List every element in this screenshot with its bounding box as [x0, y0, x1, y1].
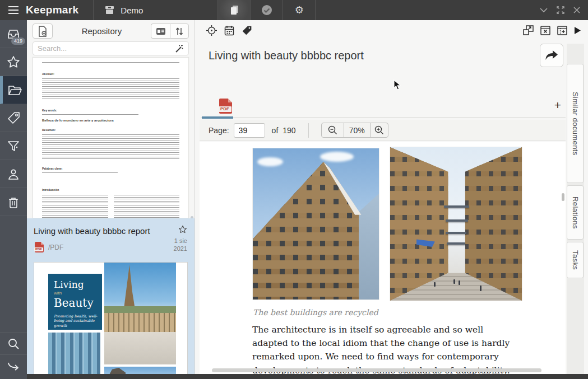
- document-tabs: PDF +: [201, 95, 566, 118]
- page-number-input[interactable]: [234, 123, 265, 138]
- favorite-star-icon[interactable]: [178, 225, 187, 233]
- repository-search[interactable]: [33, 41, 189, 55]
- tab-similar-documents[interactable]: Similar documents: [567, 64, 584, 183]
- pdf-tab-icon: PDF: [219, 99, 232, 114]
- item-type: /PDF: [48, 244, 63, 251]
- sidebar-item-filters[interactable]: [0, 132, 27, 160]
- page-photo-warehouse: [252, 148, 379, 300]
- filter-funnel-icon: [7, 140, 20, 152]
- page-photo-street: [390, 147, 522, 301]
- check-circle-icon: [261, 4, 272, 16]
- repository-item-selected[interactable]: Living with beauty bbbbc report PDF /PDF…: [27, 218, 195, 379]
- workspace-tab-demo[interactable]: Demo: [94, 0, 218, 20]
- tags-button[interactable]: [242, 25, 252, 36]
- active-tab-indicator: [202, 116, 233, 119]
- spanish-title: Belleza de lo mundano en arte y arquitec…: [42, 119, 179, 122]
- resumen-label: Resumen:: [42, 128, 55, 132]
- repository-search-input[interactable]: [38, 44, 175, 53]
- zoom-controls: 70%: [321, 123, 388, 138]
- search-icon: [7, 338, 20, 350]
- sidebar-item-tags[interactable]: [0, 104, 27, 132]
- titlebar: Keepmark Demo ⚙: [0, 0, 588, 20]
- gear-icon: ⚙: [295, 5, 304, 15]
- keywords-label: Key words:: [42, 109, 57, 112]
- app-logo: Keepmark: [26, 4, 78, 16]
- workspace-tab-label: Demo: [121, 6, 143, 15]
- sidebar-item-favorites[interactable]: [0, 48, 27, 76]
- magic-wand-icon[interactable]: [175, 44, 184, 53]
- document-preview-card[interactable]: Abstract: Key words: Belleza de lo munda…: [33, 57, 189, 218]
- add-panel-button[interactable]: [557, 26, 567, 35]
- repository-panel-title: Repository: [53, 26, 151, 36]
- repository-panel: Repository Abstract:: [27, 20, 195, 379]
- introduccion-label: Introducción: [42, 188, 59, 191]
- card-view-button[interactable]: [151, 24, 170, 39]
- cover-photo-square: [104, 263, 176, 364]
- tab-tasks[interactable]: Tasks: [567, 242, 584, 278]
- page-thumbnail: Abstract: Key words: Belleza de lo munda…: [42, 62, 179, 218]
- share-button[interactable]: [540, 44, 563, 67]
- document-title: Living with beauty bbbbc report: [209, 49, 364, 62]
- pdf-file-icon: PDF: [35, 242, 44, 252]
- bottom-window-edge: [27, 374, 588, 379]
- sidebar-item-contacts[interactable]: [0, 160, 27, 188]
- icon-sidebar: 419: [0, 20, 27, 379]
- zoom-level: 70%: [344, 123, 370, 137]
- item-cover-thumbnail: Living with Beauty Promoting health, wel…: [34, 262, 188, 379]
- collapse-window-button[interactable]: [540, 8, 548, 13]
- cover-photo-towers: [48, 333, 100, 375]
- sidebar-item-goto[interactable]: [0, 354, 27, 377]
- palabras-label: Palabras clave:: [42, 167, 62, 170]
- pager-divider: [308, 123, 309, 138]
- sort-button[interactable]: [170, 24, 189, 39]
- of-label: of: [272, 126, 279, 135]
- trash-icon: [8, 196, 19, 208]
- tag-icon: [7, 111, 20, 124]
- documents-icon: [229, 4, 239, 16]
- inbox-count-badge: 419: [11, 38, 25, 45]
- tasks-section-button[interactable]: [251, 0, 283, 20]
- tab-relations[interactable]: Relations: [567, 185, 584, 240]
- calendar-button[interactable]: [224, 25, 234, 36]
- open-external-button[interactable]: [523, 25, 534, 35]
- fullscreen-button[interactable]: [557, 6, 564, 14]
- folder-open-icon: [8, 85, 22, 96]
- add-document-button[interactable]: [33, 24, 53, 39]
- sidebar-item-trash[interactable]: [0, 188, 27, 216]
- locate-target-button[interactable]: [206, 25, 217, 36]
- right-tab-strip: Similar documents Relations Tasks: [567, 44, 584, 374]
- document-toolbar: [195, 20, 588, 40]
- zoom-out-button[interactable]: [322, 123, 344, 137]
- pdf-page-view[interactable]: The best buildings are recycled The arch…: [200, 142, 566, 374]
- item-date: 1 sie 2021: [163, 237, 187, 253]
- sidebar-item-inbox[interactable]: 419: [0, 20, 27, 48]
- sidebar-item-search[interactable]: [0, 332, 27, 354]
- abstract-label: Abstract:: [42, 72, 54, 76]
- zoom-in-button[interactable]: [370, 123, 388, 137]
- close-window-button[interactable]: [573, 7, 580, 13]
- app-window: Keepmark Demo ⚙: [0, 0, 588, 379]
- item-title: Living with beauty bbbbc report: [34, 226, 150, 236]
- hamburger-menu-button[interactable]: [8, 6, 19, 15]
- pager-bar: Page: of 190 70%: [200, 120, 566, 141]
- play-button[interactable]: [574, 26, 581, 35]
- page-label: Page:: [209, 126, 229, 135]
- horizontal-scrollbar[interactable]: [212, 368, 541, 372]
- add-tab-button[interactable]: +: [554, 99, 561, 112]
- person-icon: [7, 168, 20, 180]
- star-icon: [7, 55, 20, 68]
- goto-arrow-icon: [7, 362, 20, 371]
- photo-caption: The best buildings are recycled: [253, 308, 378, 317]
- sidebar-item-repository[interactable]: [0, 76, 27, 104]
- workspace-box-icon: [105, 6, 114, 15]
- cover-title-block: Living with Beauty Promoting health, wel…: [48, 274, 102, 330]
- documents-section-button[interactable]: [218, 0, 251, 20]
- document-view: Living with beauty bbbbc report PDF + Pa…: [195, 20, 588, 379]
- settings-section-button[interactable]: ⚙: [283, 0, 316, 20]
- close-panel-button[interactable]: [540, 26, 550, 35]
- total-pages: 190: [283, 126, 295, 135]
- page-paragraph: The architecture is in itself so agreeab…: [252, 323, 517, 374]
- tab-pdf[interactable]: PDF: [210, 99, 241, 118]
- vertical-scrollbar[interactable]: [562, 193, 564, 201]
- mouse-cursor: [393, 79, 402, 91]
